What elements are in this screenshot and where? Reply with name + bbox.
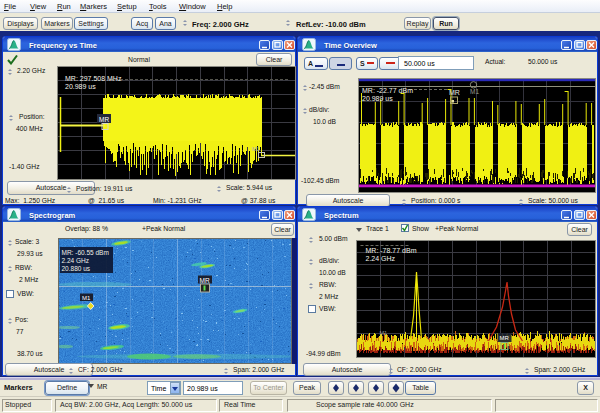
svg-text:MR: -60.55 dBm: MR: -60.55 dBm <box>61 249 108 256</box>
svg-text:MR: 297.508 MHz: MR: 297.508 MHz <box>65 75 122 82</box>
svg-text:MR: -22.77 dBm: MR: -22.77 dBm <box>362 87 413 94</box>
svg-text:M1: M1 <box>379 330 387 336</box>
svg-text:2.24 GHz: 2.24 GHz <box>365 255 395 262</box>
svg-text:MR: MR <box>199 277 209 284</box>
svg-text:MR: MR <box>99 116 109 123</box>
svg-text:M1: M1 <box>82 295 91 301</box>
svg-text:MR: MR <box>449 89 460 96</box>
svg-text:2.24 GHz: 2.24 GHz <box>61 257 88 264</box>
svg-text:MR: MR <box>499 335 509 341</box>
svg-text:20.880 us: 20.880 us <box>61 265 90 272</box>
svg-text:MR: -78.77 dBm: MR: -78.77 dBm <box>365 247 416 254</box>
svg-text:20.989 us: 20.989 us <box>65 83 96 90</box>
svg-text:M1: M1 <box>470 88 479 95</box>
svg-text:20.989 us: 20.989 us <box>362 95 393 102</box>
svg-text:M1: M1 <box>252 146 260 152</box>
